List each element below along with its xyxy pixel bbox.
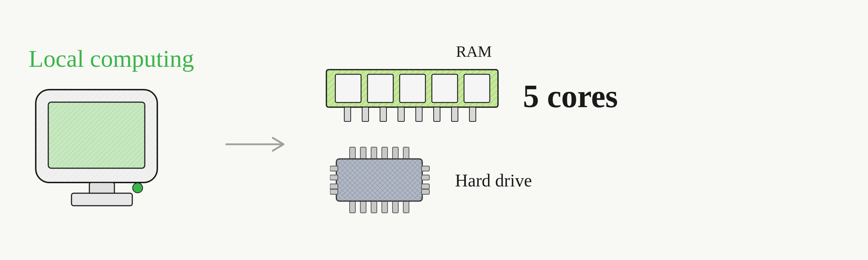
svg-rect-8	[71, 193, 132, 206]
ram-label: RAM	[330, 42, 618, 61]
monitor-illustration	[29, 79, 179, 215]
svg-rect-45	[330, 189, 338, 194]
svg-rect-5	[48, 102, 145, 168]
svg-rect-20	[380, 107, 386, 121]
svg-rect-16	[432, 74, 458, 102]
svg-rect-44	[330, 184, 338, 189]
svg-rect-25	[469, 107, 476, 121]
five-cores-label: 5 cores	[523, 78, 618, 115]
ram-and-cores-row: 5 cores	[323, 64, 618, 129]
svg-rect-43	[330, 175, 338, 180]
svg-rect-21	[398, 107, 404, 121]
svg-rect-18	[344, 107, 351, 121]
hard-drive-illustration	[330, 143, 437, 218]
svg-point-6	[133, 183, 143, 193]
svg-rect-41	[336, 159, 422, 201]
right-section: RAM	[323, 42, 618, 218]
hdd-section: Hard drive	[323, 143, 618, 218]
svg-rect-17	[464, 74, 490, 102]
hard-drive-label: Hard drive	[455, 170, 532, 191]
local-computing-label: Local computing	[29, 45, 194, 72]
arrow-section	[223, 105, 294, 155]
ram-section: RAM	[323, 42, 618, 129]
svg-rect-24	[452, 107, 458, 121]
svg-rect-47	[421, 175, 429, 180]
svg-rect-48	[421, 184, 429, 189]
svg-rect-49	[421, 189, 429, 194]
svg-rect-13	[335, 74, 361, 102]
arrow-icon	[223, 134, 294, 155]
svg-rect-46	[421, 166, 429, 171]
svg-rect-19	[362, 107, 369, 121]
svg-rect-23	[434, 107, 440, 121]
ram-illustration	[323, 64, 509, 129]
main-container: Local computing	[0, 0, 868, 260]
svg-rect-42	[330, 166, 338, 171]
svg-rect-22	[416, 107, 422, 121]
svg-rect-15	[400, 74, 425, 102]
svg-rect-14	[368, 74, 393, 102]
left-section: Local computing	[29, 45, 194, 215]
